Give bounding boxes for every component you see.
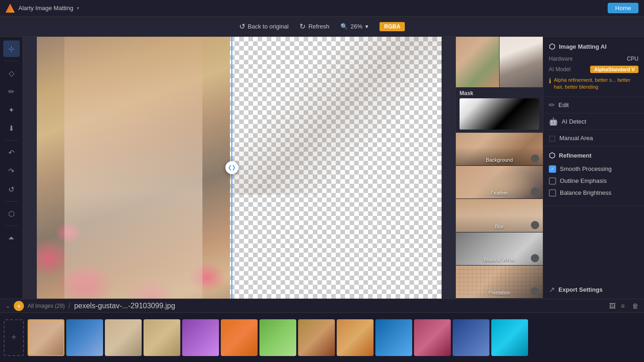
outline-emphasis-label: Outline Emphasis [560,177,607,184]
preview-result [500,37,543,87]
back-label: Back to original [248,23,289,30]
smooth-processing-label: Smooth Processing [560,165,612,172]
eraser-tool-button[interactable]: ◇ [3,65,20,81]
selection-button[interactable]: ⬡ [3,205,20,222]
main-layout: ⊹ ◇ ✏ ✦ ⬇ ↶ ↷ ↺ ⬡ ⏶ [0,37,644,299]
split-handle-icon [229,164,235,171]
export-icon: ↗ [549,285,555,294]
undo-button[interactable]: ↶ [3,144,20,161]
effect-bw[interactable]: Black & White [456,232,543,266]
breadcrumb-all[interactable]: All Images (29) [28,303,65,309]
zoom-icon: 🔍 [340,23,348,30]
canvas-original [37,37,230,299]
filmstrip: + [0,312,644,362]
filmstrip-view-icon[interactable]: 🖼 [609,302,615,310]
thumbnail-11[interactable] [414,319,451,356]
balance-brightness-label: Balance Brightness [560,189,611,196]
export-section: ↗ Export Settings [543,281,644,299]
ai-detect-button[interactable]: 🤖 AI Detect [543,113,644,130]
canvas-container [37,37,442,299]
edit-icon: ✏ [549,101,555,109]
canvas-result [230,37,442,299]
expand-filmstrip-button[interactable]: ⌄ [6,303,10,309]
thumb-bg-7 [259,319,296,356]
thumb-bg-5 [182,319,219,356]
thumbnail-3[interactable] [105,319,142,356]
filmstrip-list-icon[interactable]: ≡ [621,302,625,310]
thumbnail-9[interactable] [337,319,374,356]
thumb-bg-8 [298,319,335,356]
delete-image-button[interactable]: 🗑 [632,302,638,310]
effect-pixelation-label: Pixelation [489,290,511,295]
ai-matting-label: Image Matting AI [559,43,607,50]
photo-original [37,37,230,299]
zoom-dropdown-icon[interactable]: ▾ [365,23,368,30]
refresh-icon: ↻ [299,22,305,31]
refinement-section: ⬡ Refinement ✓ Smooth Processing Outline… [543,147,644,206]
back-to-original-button[interactable]: ↺ Back to original [239,22,289,31]
hint-icon: ℹ [549,77,551,85]
toolbar: ↺ Back to original ↻ Refresh 🔍 26% ▾ RGB… [0,17,644,37]
balance-brightness-row: Balance Brightness [549,189,638,197]
effect-pixelation[interactable]: Pixelation [456,266,543,299]
preview-area [456,37,543,87]
filmstrip-scroll[interactable] [28,319,640,356]
edit-button[interactable]: ✏ Edit [543,97,644,113]
preview-result-img [500,37,543,87]
export-label[interactable]: Export Settings [558,286,603,293]
thumbnail-1[interactable] [28,319,64,356]
fill-tool-button[interactable]: ⬇ [3,120,20,136]
effect-blur-toggle[interactable] [531,221,539,229]
thumb-bg-9 [337,319,374,356]
effect-bw-toggle[interactable] [531,254,539,262]
refinement-icon: ⬡ [549,151,555,160]
ai-panel: ⬡ Image Matting AI Hardware CPU AI Model… [543,37,644,299]
effect-blur[interactable]: Blur [456,199,543,232]
thumbnail-13[interactable] [491,319,528,356]
preview-original [456,37,500,87]
zoom-control[interactable]: 🔍 26% ▾ [340,23,368,30]
sidebar-divider-1 [5,61,18,61]
thumbnail-6[interactable] [221,319,258,356]
filmstrip-actions: 🖼 ≡ 🗑 [609,302,638,310]
select-tool-button[interactable]: ⊹ [3,40,20,57]
thumbnail-8[interactable] [298,319,335,356]
split-handle[interactable] [225,161,238,174]
canvas-area [23,37,455,299]
ai-model-badge[interactable]: AlphaStandard V [590,66,638,73]
pen-tool-button[interactable]: ✏ [3,83,20,100]
effect-feather[interactable]: Feather [456,166,543,199]
manual-area-button[interactable]: ⬚ Manual Area [543,130,644,147]
home-button[interactable]: Home [608,3,638,13]
manual-area-label: Manual Area [559,135,593,141]
add-image-button[interactable]: + [14,301,24,311]
breadcrumb-filename: pexels-gustav-...-29103099.jpg [74,302,175,310]
expand-button[interactable]: ⏶ [3,230,20,246]
thumbnail-12[interactable] [453,319,489,356]
left-sidebar: ⊹ ◇ ✏ ✦ ⬇ ↶ ↷ ↺ ⬡ ⏶ [0,37,23,299]
history-button[interactable]: ↺ [3,181,20,198]
thumbnail-7[interactable] [259,319,296,356]
rgba-badge[interactable]: RGBA [380,22,405,31]
effect-pixelation-toggle[interactable] [531,287,539,295]
redo-button[interactable]: ↷ [3,163,20,179]
sidebar-divider-3 [5,201,18,202]
smooth-processing-checkbox[interactable]: ✓ [549,165,556,173]
thumbnail-4[interactable] [144,319,180,356]
refresh-button[interactable]: ↻ Refresh [299,22,329,31]
app-title: Alarty Image Matting [18,5,73,11]
title-dropdown-icon[interactable]: ▾ [77,6,79,11]
balance-brightness-checkbox[interactable] [549,189,556,197]
breadcrumb-separator: / [69,302,70,310]
thumb-bg-2 [66,319,103,356]
edit-label: Edit [558,102,569,108]
effect-background[interactable]: Background [456,133,543,166]
effect-bw-label: Black & White [483,257,515,262]
brush-tool-button[interactable]: ✦ [3,102,20,118]
add-thumb-button[interactable]: + [4,319,24,356]
sidebar-divider-2 [5,140,18,141]
thumbnail-5[interactable] [182,319,219,356]
thumbnail-2[interactable] [66,319,103,356]
thumbnail-10[interactable] [375,319,412,356]
outline-emphasis-checkbox[interactable] [549,177,556,185]
